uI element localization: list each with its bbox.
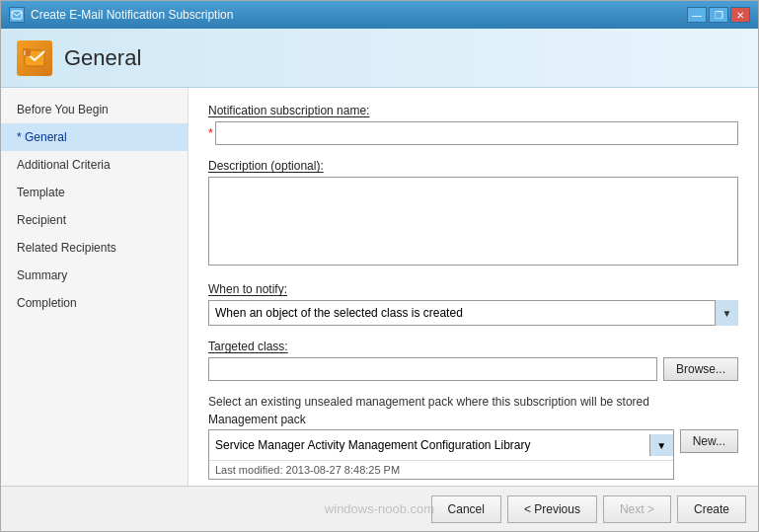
create-button[interactable]: Create	[677, 495, 746, 523]
mgmt-pack-selected-value: Service Manager Activity Management Conf…	[215, 438, 649, 452]
mgmt-pack-row: Service Manager Activity Management Conf…	[208, 429, 738, 480]
restore-button[interactable]: ❐	[709, 7, 728, 23]
next-button[interactable]: Next >	[603, 495, 671, 523]
browse-button[interactable]: Browse...	[663, 357, 738, 381]
when-to-notify-label: When to notify:	[208, 282, 738, 296]
sidebar-item-template[interactable]: Template	[1, 179, 188, 206]
sidebar-item-completion[interactable]: Completion	[1, 289, 188, 317]
window-title: Create E-Mail Notification Subscription	[31, 8, 233, 22]
title-bar-left: Create E-Mail Notification Subscription	[9, 7, 233, 23]
minimize-button[interactable]: —	[687, 7, 707, 23]
sidebar-item-before-you-begin[interactable]: Before You Begin	[1, 96, 188, 123]
svg-rect-0	[12, 11, 22, 19]
close-button[interactable]: ✕	[730, 7, 750, 23]
content-area: Before You Begin * General Additional Cr…	[1, 88, 758, 486]
watermark: windows-noob.com	[325, 501, 434, 516]
sidebar-item-summary[interactable]: Summary	[1, 262, 188, 289]
targeted-class-input[interactable]	[208, 357, 657, 381]
footer: windows-noob.com Cancel < Previous Next …	[1, 486, 758, 531]
description-label: Description (optional):	[208, 159, 738, 173]
description-group: Description (optional):	[208, 159, 738, 268]
main-window: Create E-Mail Notification Subscription …	[0, 0, 759, 532]
previous-button[interactable]: < Previous	[507, 495, 597, 523]
main-form: Notification subscription name: * Descri…	[189, 88, 758, 486]
when-to-notify-select[interactable]: When an object of the selected class is …	[208, 300, 738, 326]
notification-name-label: Notification subscription name:	[208, 104, 738, 117]
mgmt-pack-select-area[interactable]: Service Manager Activity Management Conf…	[208, 429, 674, 480]
app-icon	[9, 7, 25, 23]
mgmt-pack-dropdown-arrow[interactable]: ▼	[649, 434, 673, 456]
svg-text:i: i	[24, 49, 26, 56]
sidebar-item-recipient[interactable]: Recipient	[1, 206, 188, 234]
sidebar-item-additional-criteria[interactable]: Additional Criteria	[1, 151, 188, 179]
mgmt-pack-select-top: Service Manager Activity Management Conf…	[209, 430, 673, 461]
cancel-button[interactable]: Cancel	[431, 495, 501, 523]
sidebar-item-related-recipients[interactable]: Related Recipients	[1, 234, 188, 262]
title-bar: Create E-Mail Notification Subscription …	[1, 1, 758, 29]
header-icon: i	[17, 40, 52, 76]
notification-name-group: Notification subscription name: *	[208, 104, 738, 145]
targeted-class-row: Browse...	[208, 357, 738, 381]
when-to-notify-select-wrapper: When an object of the selected class is …	[208, 300, 738, 326]
targeted-class-label: Targeted class:	[208, 340, 738, 353]
mgmt-pack-last-modified: Last modified: 2013-08-27 8:48:25 PM	[209, 461, 673, 479]
notification-name-input[interactable]	[215, 121, 738, 145]
sidebar: Before You Begin * General Additional Cr…	[1, 88, 189, 486]
mgmt-pack-label: Management pack	[208, 413, 738, 426]
header-banner: i General	[1, 29, 758, 88]
title-controls: — ❐ ✕	[687, 7, 750, 23]
targeted-class-group: Targeted class: Browse...	[208, 340, 738, 381]
when-to-notify-group: When to notify: When an object of the se…	[208, 282, 738, 326]
description-input[interactable]	[208, 177, 738, 266]
mgmt-pack-section: Select an existing unsealed management p…	[208, 395, 738, 480]
header-title: General	[64, 45, 141, 71]
mgmt-pack-info-text: Select an existing unsealed management p…	[208, 395, 738, 409]
sidebar-item-general[interactable]: * General	[1, 123, 188, 151]
new-button[interactable]: New...	[680, 429, 738, 453]
required-star: *	[208, 126, 213, 140]
